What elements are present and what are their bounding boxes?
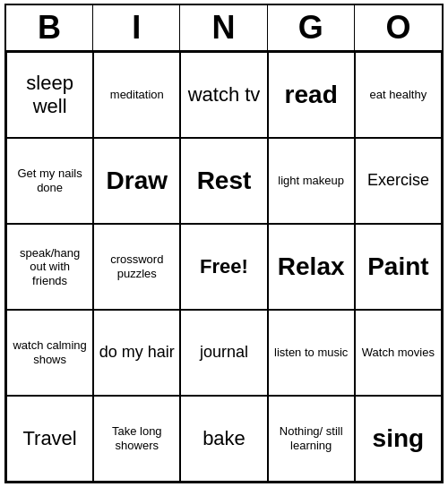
bingo-cell-20: Travel <box>6 396 93 482</box>
bingo-cell-12: Free! <box>180 224 267 310</box>
header-letter-G: G <box>268 5 355 50</box>
header-letter-N: N <box>180 5 267 50</box>
bingo-cell-23: Nothing/ still learning <box>268 396 355 482</box>
bingo-cell-13: Relax <box>268 224 355 310</box>
bingo-cell-22: bake <box>180 396 267 482</box>
bingo-cell-10: speak/hang out with friends <box>6 224 93 310</box>
bingo-header: BINGO <box>6 5 442 52</box>
bingo-cell-21: Take long showers <box>93 396 180 482</box>
bingo-cell-17: journal <box>180 310 267 396</box>
header-letter-I: I <box>93 5 180 50</box>
bingo-card: BINGO sleep wellmeditationwatch tvreadea… <box>4 4 444 483</box>
bingo-cell-14: Paint <box>355 224 442 310</box>
bingo-cell-15: watch calming shows <box>6 310 93 396</box>
bingo-cell-8: light makeup <box>268 138 355 224</box>
bingo-cell-3: read <box>268 52 355 138</box>
bingo-cell-2: watch tv <box>180 52 267 138</box>
bingo-cell-11: crossword puzzles <box>93 224 180 310</box>
header-letter-O: O <box>355 5 442 50</box>
bingo-cell-7: Rest <box>180 138 267 224</box>
bingo-cell-18: listen to music <box>268 310 355 396</box>
bingo-cell-24: sing <box>355 396 442 482</box>
bingo-cell-5: Get my nails done <box>6 138 93 224</box>
bingo-cell-1: meditation <box>93 52 180 138</box>
header-letter-B: B <box>6 5 93 50</box>
bingo-cell-16: do my hair <box>93 310 180 396</box>
bingo-grid: sleep wellmeditationwatch tvreadeat heal… <box>6 52 442 482</box>
bingo-cell-19: Watch movies <box>355 310 442 396</box>
bingo-cell-9: Exercise <box>355 138 442 224</box>
bingo-cell-4: eat healthy <box>355 52 442 138</box>
bingo-cell-0: sleep well <box>6 52 93 138</box>
bingo-cell-6: Draw <box>93 138 180 224</box>
